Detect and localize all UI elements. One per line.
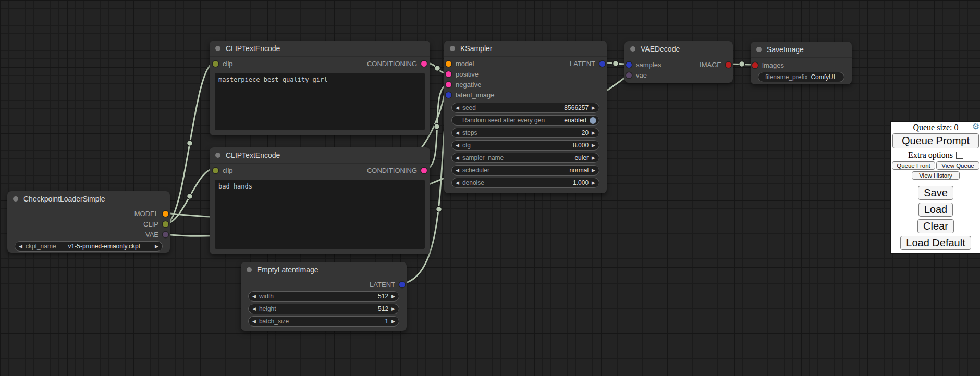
node-title-bar[interactable]: VAEDecode	[624, 41, 733, 57]
node-title-bar[interactable]: CLIPTextEncode	[210, 147, 430, 164]
node-title-bar[interactable]: CheckpointLoaderSimple	[7, 191, 170, 207]
conditioning-port-icon[interactable]	[446, 82, 451, 87]
scheduler-widget[interactable]: ◀ scheduler normal ▶	[451, 165, 599, 176]
node-title-bar[interactable]: CLIPTextEncode	[210, 41, 430, 57]
collapse-dot-icon[interactable]	[756, 47, 762, 52]
toggle-on-icon[interactable]	[590, 117, 596, 124]
clear-button[interactable]: Clear	[917, 219, 954, 233]
node-title-bar[interactable]: KSampler	[444, 41, 607, 57]
collapse-dot-icon[interactable]	[215, 46, 220, 51]
sampler-name-widget[interactable]: ◀ sampler_name euler ▶	[451, 153, 599, 163]
left-arrow-icon[interactable]: ◀	[456, 168, 459, 173]
image-port-icon[interactable]	[752, 62, 758, 68]
queue-front-button[interactable]: Queue Front	[892, 161, 935, 170]
prompt-text-area[interactable]: bad hands	[215, 180, 425, 249]
latent-port-icon[interactable]	[599, 61, 605, 67]
left-arrow-icon[interactable]: ◀	[456, 131, 459, 135]
random-seed-toggle-widget[interactable]: Random seed after every gen enabled	[451, 115, 599, 126]
input-slot-clip[interactable]: clip	[211, 164, 233, 177]
node-title: CheckpointLoaderSimple	[23, 195, 105, 203]
left-arrow-icon[interactable]: ◀	[456, 106, 459, 110]
collapse-dot-icon[interactable]	[13, 196, 18, 202]
prompt-text-area[interactable]: masterpiece best quality girl	[215, 73, 425, 130]
queue-prompt-button[interactable]: Queue Prompt	[892, 133, 979, 148]
right-arrow-icon[interactable]: ▶	[391, 294, 395, 299]
width-widget[interactable]: ◀ width 512 ▶	[248, 291, 399, 302]
load-default-button[interactable]: Load Default	[900, 236, 971, 250]
vae-port-icon[interactable]	[626, 72, 632, 78]
input-slot-clip[interactable]: clip	[211, 57, 233, 70]
right-arrow-icon[interactable]: ▶	[592, 168, 595, 173]
output-slot-clip[interactable]: CLIP	[7, 219, 170, 229]
node-title-bar[interactable]: EmptyLatentImage	[241, 262, 407, 278]
node-title: CLIPTextEncode	[226, 151, 280, 159]
node-empty-latent-image[interactable]: EmptyLatentImage LATENT ◀ width 512 ▶ ◀ …	[241, 262, 407, 331]
right-arrow-icon[interactable]: ▶	[592, 131, 595, 135]
right-arrow-icon[interactable]: ▶	[391, 307, 395, 311]
filename-prefix-widget[interactable]: filename_prefix ComfyUI	[758, 72, 844, 82]
node-checkpoint-loader-simple[interactable]: CheckpointLoaderSimple MODEL CLIP VAE ◀ …	[7, 191, 170, 253]
right-arrow-icon[interactable]: ▶	[592, 143, 595, 148]
right-arrow-icon[interactable]: ▶	[592, 156, 595, 160]
load-button[interactable]: Load	[918, 203, 953, 217]
right-arrow-icon[interactable]: ▶	[155, 244, 158, 249]
left-arrow-icon[interactable]: ◀	[252, 294, 256, 299]
left-arrow-icon[interactable]: ◀	[19, 244, 22, 249]
latent-port-icon[interactable]	[399, 282, 405, 287]
input-slot-images[interactable]: images	[751, 60, 852, 70]
conditioning-port-icon[interactable]	[421, 61, 427, 67]
image-port-icon[interactable]	[726, 62, 731, 68]
node-save-image[interactable]: SaveImage images filename_prefix ComfyUI	[751, 42, 852, 84]
left-arrow-icon[interactable]: ◀	[456, 181, 459, 185]
conditioning-port-icon[interactable]	[446, 71, 451, 77]
input-slot-vae[interactable]: vae	[624, 70, 733, 80]
clip-port-icon[interactable]	[213, 168, 218, 173]
left-arrow-icon[interactable]: ◀	[252, 307, 256, 311]
collapse-dot-icon[interactable]	[630, 46, 635, 52]
save-button[interactable]: Save	[918, 186, 953, 200]
vae-port-icon[interactable]	[163, 232, 168, 237]
left-arrow-icon[interactable]: ◀	[252, 319, 256, 324]
node-vae-decode[interactable]: VAEDecode IMAGE samples vae	[624, 41, 733, 83]
node-title-bar[interactable]: SaveImage	[751, 42, 852, 58]
denoise-widget[interactable]: ◀ denoise 1.000 ▶	[451, 178, 599, 188]
output-slot-latent[interactable]: LATENT	[241, 279, 407, 290]
height-widget[interactable]: ◀ height 512 ▶	[248, 304, 399, 314]
latent-port-icon[interactable]	[446, 92, 451, 98]
view-queue-button[interactable]: View Queue	[936, 161, 979, 170]
output-slot-model[interactable]: MODEL	[7, 208, 170, 219]
view-history-button[interactable]: View History	[912, 171, 960, 180]
model-port-icon[interactable]	[163, 211, 168, 217]
collapse-dot-icon[interactable]	[450, 46, 455, 51]
input-slot-positive[interactable]: positive	[444, 69, 607, 79]
batch-size-widget[interactable]: ◀ batch_size 1 ▶	[248, 316, 399, 327]
node-ksampler[interactable]: KSampler LATENT model positive negative …	[444, 41, 607, 193]
node-clip-text-encode-positive[interactable]: CLIPTextEncode clip CONDITIONING masterp…	[210, 41, 430, 135]
left-arrow-icon[interactable]: ◀	[456, 156, 459, 160]
right-arrow-icon[interactable]: ▶	[592, 181, 595, 185]
output-slot-conditioning[interactable]: CONDITIONING	[367, 57, 428, 70]
extra-options-label: Extra options	[908, 151, 953, 160]
clip-port-icon[interactable]	[213, 61, 218, 67]
collapse-dot-icon[interactable]	[215, 153, 220, 158]
queue-size-label: Queue size: 0	[913, 123, 958, 132]
output-slot-latent[interactable]: LATENT	[444, 58, 607, 69]
cfg-widget[interactable]: ◀ cfg 8.000 ▶	[451, 140, 599, 151]
steps-widget[interactable]: ◀ steps 20 ▶	[451, 128, 599, 138]
settings-gear-icon[interactable]: ⚙	[972, 122, 979, 131]
output-slot-conditioning[interactable]: CONDITIONING	[367, 164, 428, 177]
left-arrow-icon[interactable]: ◀	[456, 143, 459, 148]
right-arrow-icon[interactable]: ▶	[391, 319, 395, 324]
conditioning-port-icon[interactable]	[421, 168, 427, 173]
collapse-dot-icon[interactable]	[247, 267, 252, 272]
node-clip-text-encode-negative[interactable]: CLIPTextEncode clip CONDITIONING bad han…	[210, 147, 430, 254]
output-slot-image[interactable]: IMAGE	[624, 59, 733, 70]
output-slot-vae[interactable]: VAE	[7, 229, 170, 240]
right-arrow-icon[interactable]: ▶	[592, 106, 595, 110]
input-slot-latent-image[interactable]: latent_image	[444, 90, 607, 100]
clip-port-icon[interactable]	[163, 221, 168, 227]
seed-widget[interactable]: ◀ seed 8566257 ▶	[451, 103, 599, 113]
input-slot-negative[interactable]: negative	[444, 79, 607, 90]
ckpt-name-widget[interactable]: ◀ ckpt_name v1-5-pruned-emaonly.ckpt ▶	[15, 241, 163, 252]
extra-options-checkbox[interactable]	[956, 152, 963, 159]
